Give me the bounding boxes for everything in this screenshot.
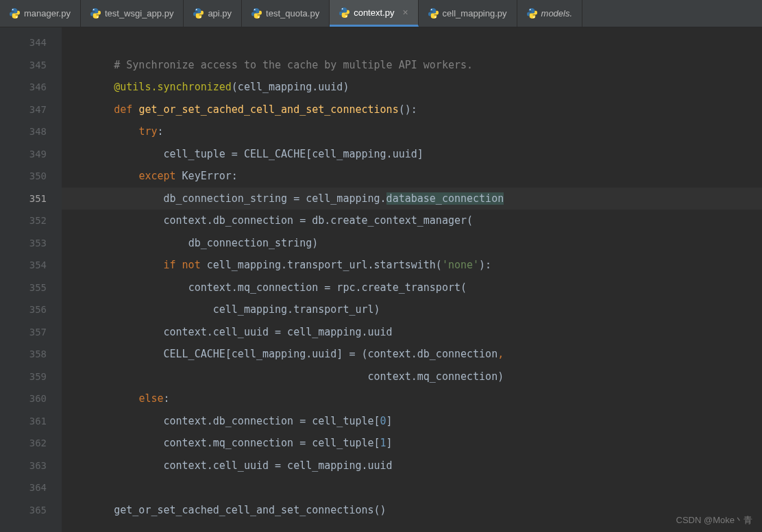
svg-point-11 [434, 16, 436, 18]
code-line[interactable]: try: [62, 121, 762, 143]
lineno[interactable]: 346 [0, 76, 62, 99]
editor-area: 344 345 346 347 348 349 350 351 352 353 … [0, 27, 762, 532]
svg-point-4 [196, 9, 197, 10]
code-line[interactable]: context.mq_connection = rpc.create_trans… [62, 277, 762, 299]
lineno[interactable]: 362 [0, 432, 62, 455]
lineno[interactable]: 353 [0, 232, 62, 255]
line-gutter: 344 345 346 347 348 349 350 351 352 353 … [0, 27, 62, 532]
close-icon[interactable]: × [402, 7, 408, 18]
code-line[interactable]: cell_tuple = CELL_CACHE[cell_mapping.uui… [62, 143, 762, 166]
svg-point-8 [342, 8, 343, 9]
python-icon [428, 8, 439, 18]
lineno[interactable]: 358 [0, 343, 62, 366]
tab-cell-mapping[interactable]: cell_mapping.py [419, 0, 517, 27]
python-icon [90, 8, 101, 18]
code-line[interactable]: @utils.synchronized(cell_mapping.uuid) [62, 76, 762, 99]
python-icon [339, 8, 349, 18]
lineno[interactable]: 348 [0, 121, 62, 143]
editor-tabs: manager.py test_wsgi_app.py api.py test_… [0, 0, 762, 27]
svg-point-2 [93, 9, 95, 10]
code-line[interactable]: context.mq_connection) [62, 366, 762, 388]
python-icon [527, 8, 537, 18]
tab-label: models. [541, 8, 573, 18]
svg-point-1 [16, 16, 17, 18]
svg-point-3 [97, 16, 98, 18]
code-line[interactable] [62, 477, 762, 499]
lineno[interactable]: 350 [0, 165, 62, 188]
python-icon [193, 8, 204, 18]
tab-test-quota[interactable]: test_quota.py [242, 0, 330, 27]
svg-point-10 [430, 9, 432, 10]
svg-point-5 [200, 16, 201, 18]
lineno[interactable]: 359 [0, 366, 62, 388]
code-line[interactable]: CELL_CACHE[cell_mapping.uuid] = (context… [62, 343, 762, 366]
svg-point-7 [258, 16, 259, 18]
lineno[interactable]: 357 [0, 321, 62, 344]
tab-models[interactable]: models. [517, 0, 583, 27]
tab-context[interactable]: context.py × [330, 0, 418, 27]
lineno[interactable]: 361 [0, 410, 62, 433]
svg-point-12 [529, 9, 530, 10]
code-line[interactable]: cell_mapping.transport_url) [62, 299, 762, 321]
code-line[interactable]: except KeyError: [62, 165, 762, 188]
lineno[interactable]: 349 [0, 143, 62, 166]
lineno[interactable]: 365 [0, 499, 62, 522]
svg-point-6 [254, 9, 256, 10]
tab-test-wsgi[interactable]: test_wsgi_app.py [81, 0, 184, 27]
lineno[interactable]: 351 [0, 188, 62, 210]
code-line[interactable]: get_or_set_cached_cell_and_set_connectio… [62, 499, 762, 522]
lineno[interactable]: 363 [0, 455, 62, 477]
svg-point-13 [533, 16, 534, 18]
tab-label: manager.py [24, 8, 71, 18]
python-icon [10, 8, 20, 18]
code-line[interactable]: else: [62, 388, 762, 410]
code-line[interactable]: context.mq_connection = cell_tuple[1] [62, 432, 762, 455]
code-line[interactable] [62, 31, 762, 54]
code-line[interactable]: context.db_connection = cell_tuple[0] [62, 410, 762, 433]
code-line[interactable]: db_connection_string) [62, 232, 762, 255]
lineno[interactable]: 354 [0, 254, 62, 277]
lineno[interactable]: 345 [0, 54, 62, 77]
lineno[interactable]: 355 [0, 277, 62, 299]
python-icon [251, 8, 262, 18]
lineno[interactable]: 356 [0, 299, 62, 321]
lineno[interactable]: 347 [0, 99, 62, 121]
lineno[interactable]: 364 [0, 477, 62, 499]
code-line[interactable]: # Synchronize access to the cache by mul… [62, 54, 762, 77]
tab-label: context.py [354, 8, 394, 18]
code-line[interactable]: context.db_connection = db.create_contex… [62, 210, 762, 232]
tab-api[interactable]: api.py [184, 0, 242, 27]
code-area[interactable]: # Synchronize access to the cache by mul… [62, 27, 762, 532]
lineno[interactable]: 352 [0, 210, 62, 232]
tab-label: api.py [208, 8, 232, 18]
svg-point-0 [12, 9, 14, 10]
lineno[interactable]: 360 [0, 388, 62, 410]
watermark: CSDN @Moke丶青 [676, 514, 752, 527]
code-line[interactable]: if not cell_mapping.transport_url.starts… [62, 254, 762, 277]
tab-label: cell_mapping.py [443, 8, 507, 18]
code-line[interactable]: context.cell_uuid = cell_mapping.uuid [62, 455, 762, 477]
code-line[interactable]: context.cell_uuid = cell_mapping.uuid [62, 321, 762, 344]
tab-label: test_wsgi_app.py [105, 8, 173, 18]
tab-label: test_quota.py [266, 8, 319, 18]
lineno[interactable]: 344 [0, 31, 62, 54]
code-line[interactable]: def get_or_set_cached_cell_and_set_conne… [62, 99, 762, 121]
code-line-current[interactable]: db_connection_string = cell_mapping.data… [62, 188, 762, 210]
tab-manager[interactable]: manager.py [0, 0, 81, 27]
svg-point-9 [346, 16, 347, 17]
